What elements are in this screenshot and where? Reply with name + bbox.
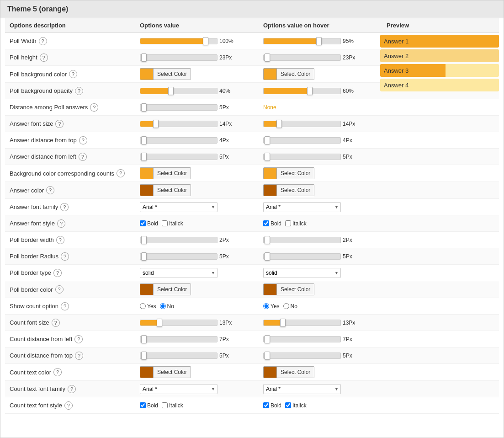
- show-count-hover-radio-0[interactable]: Yes: [263, 303, 280, 310]
- answer-dist-top-help-icon[interactable]: ?: [79, 136, 87, 144]
- answer-color-val-color-swatch: [140, 185, 153, 196]
- count-font-style-hover-checkbox-1[interactable]: Italick: [285, 402, 307, 409]
- poll-bg-color-hover-color-btn[interactable]: Select Color: [263, 68, 314, 80]
- count-font-style-val-checkbox-0[interactable]: Bold: [140, 402, 158, 409]
- answer-dist-top-hover-track: [263, 137, 341, 144]
- answer-dist-left-hover-thumb[interactable]: [265, 153, 270, 161]
- answer-font-family-help-icon[interactable]: ?: [60, 203, 69, 211]
- count-font-style-val-checkbox-1[interactable]: Italick: [162, 402, 183, 409]
- poll-height-hover-thumb[interactable]: [265, 53, 270, 62]
- poll-border-radius-label: Poll border Radius: [10, 253, 58, 260]
- show-count-val-radio-0[interactable]: Yes: [140, 303, 156, 310]
- answer-dist-left-val-thumb[interactable]: [141, 153, 147, 161]
- answer-font-size-help-icon[interactable]: ?: [55, 120, 64, 128]
- answer-dist-left-val-track: [140, 154, 218, 160]
- poll-bg-opacity-val-thumb[interactable]: [168, 87, 174, 95]
- poll-border-width-val-thumb[interactable]: [141, 236, 147, 244]
- answer-dist-left-help-icon[interactable]: ?: [79, 153, 87, 161]
- answer-color-val-color-btn[interactable]: Select Color: [140, 184, 191, 196]
- answer-font-style-hover-checkbox-0[interactable]: Bold: [263, 220, 281, 227]
- count-dist-left-val-thumb[interactable]: [141, 335, 147, 343]
- answer-font-style-val-checkbox-1[interactable]: Italick: [162, 220, 183, 227]
- poll-bg-color-val-color-btn[interactable]: Select Color: [140, 68, 191, 80]
- count-font-size-help-icon[interactable]: ?: [52, 319, 60, 327]
- count-dist-top-help-icon[interactable]: ?: [75, 352, 83, 360]
- poll-width-val-track: [140, 38, 218, 44]
- answer-font-style-help-icon[interactable]: ?: [57, 219, 65, 228]
- count-text-color-val-color-label: Select Color: [153, 367, 191, 378]
- count-font-family-hover-select[interactable]: Arial *: [263, 384, 341, 394]
- count-text-color-val-color-btn[interactable]: Select Color: [140, 366, 191, 378]
- poll-bg-opacity-help-icon[interactable]: ?: [75, 87, 83, 95]
- poll-border-type-hover-select[interactable]: solid: [263, 268, 341, 278]
- poll-bg-opacity-label: Poll background opacity: [10, 87, 73, 94]
- count-font-style-label: Count text font style: [10, 402, 62, 409]
- answer-color-help-icon[interactable]: ?: [46, 186, 54, 194]
- answer-font-style-label: Answer font style: [10, 220, 55, 227]
- poll-border-width-help-icon[interactable]: ?: [56, 236, 64, 244]
- poll-width-help-icon[interactable]: ?: [39, 37, 47, 45]
- count-text-color-hover-color-swatch: [264, 367, 276, 378]
- answer-color-hover-color-btn[interactable]: Select Color: [263, 184, 314, 196]
- count-font-style-hover-checkbox-0[interactable]: Bold: [263, 402, 281, 409]
- answer-color-hover-color-label: Select Color: [276, 185, 314, 196]
- answer-dist-left-label: Answer distance from left: [10, 153, 76, 160]
- count-dist-top-hover-track: [263, 353, 341, 359]
- count-font-size-val-thumb[interactable]: [157, 319, 162, 327]
- count-font-family-val-select[interactable]: Arial *: [140, 384, 218, 394]
- count-dist-left-help-icon[interactable]: ?: [74, 335, 83, 343]
- poll-border-radius-val-track: [140, 253, 218, 260]
- poll-border-type-help-icon[interactable]: ?: [53, 269, 62, 277]
- poll-border-color-hover-color-swatch: [264, 284, 276, 295]
- poll-bg-opacity-hover-thumb[interactable]: [307, 87, 313, 95]
- poll-border-radius-hover-thumb[interactable]: [265, 252, 270, 261]
- count-font-size-hover-track: [263, 320, 341, 326]
- answer-font-family-hover-select[interactable]: Arial *: [263, 202, 341, 212]
- show-count-val-radio-1[interactable]: No: [160, 303, 174, 310]
- answer-font-style-val-checkbox-0[interactable]: Bold: [140, 220, 158, 227]
- count-dist-top-val-thumb[interactable]: [141, 352, 147, 360]
- distance-poll-val-thumb[interactable]: [141, 103, 147, 112]
- poll-border-radius-val-thumb[interactable]: [141, 252, 147, 261]
- show-count-hover-radio-1[interactable]: No: [283, 303, 297, 310]
- answer-font-family-val-select[interactable]: Arial *: [140, 202, 218, 212]
- count-text-color-hover-color-btn[interactable]: Select Color: [263, 366, 314, 378]
- answer-font-style-hover-checkbox-1[interactable]: Italick: [285, 220, 307, 227]
- count-font-family-help-icon[interactable]: ?: [68, 385, 76, 393]
- answer-font-size-val-thumb[interactable]: [153, 120, 159, 128]
- preview-panel: Answer 1Answer 2Answer 3Answer 4: [380, 35, 499, 93]
- poll-border-width-hover-thumb[interactable]: [265, 236, 270, 244]
- poll-border-color-help-icon[interactable]: ?: [55, 285, 64, 294]
- poll-border-color-val-color-btn[interactable]: Select Color: [140, 283, 191, 295]
- answer-dist-top-val-thumb[interactable]: [141, 136, 147, 144]
- show-count-help-icon[interactable]: ?: [61, 302, 69, 310]
- count-font-size-hover-thumb[interactable]: [280, 319, 286, 327]
- count-dist-top-hover-thumb[interactable]: [265, 352, 270, 360]
- preview-answer-2: Answer 3: [380, 64, 499, 77]
- table-header: Options description Options value Option…: [5, 18, 499, 33]
- count-text-color-help-icon[interactable]: ?: [53, 368, 62, 376]
- poll-height-val-thumb[interactable]: [141, 53, 147, 62]
- bg-color-counts-hover-color-swatch: [264, 168, 276, 179]
- bg-color-counts-help-icon[interactable]: ?: [117, 169, 125, 177]
- poll-border-type-val-select[interactable]: solid: [140, 268, 218, 278]
- preview-answer-3: Answer 4: [380, 79, 499, 91]
- preview-answer-0: Answer 1: [380, 35, 499, 48]
- poll-bg-color-help-icon[interactable]: ?: [69, 70, 77, 78]
- distance-poll-help-icon[interactable]: ?: [90, 103, 98, 112]
- poll-height-help-icon[interactable]: ?: [40, 53, 48, 62]
- distance-poll-val-track: [140, 104, 218, 111]
- bg-color-counts-val-color-btn[interactable]: Select Color: [140, 167, 191, 179]
- bg-color-counts-hover-color-btn[interactable]: Select Color: [263, 167, 314, 179]
- count-font-style-help-icon[interactable]: ?: [64, 401, 73, 410]
- poll-border-color-hover-color-btn[interactable]: Select Color: [263, 283, 314, 295]
- poll-border-radius-help-icon[interactable]: ?: [61, 252, 69, 261]
- table-row-poll-border-width: Poll border width?2Px2Px: [5, 232, 499, 248]
- count-dist-left-hover-thumb[interactable]: [265, 335, 270, 343]
- poll-width-hover-thumb[interactable]: [316, 37, 322, 45]
- poll-width-val-thumb[interactable]: [203, 37, 208, 45]
- answer-dist-top-hover-thumb[interactable]: [265, 136, 270, 144]
- bg-color-counts-val-color-swatch: [140, 168, 153, 179]
- main-window: Theme 5 (orange) Options description Opt…: [0, 0, 504, 438]
- answer-font-size-hover-thumb[interactable]: [276, 120, 282, 128]
